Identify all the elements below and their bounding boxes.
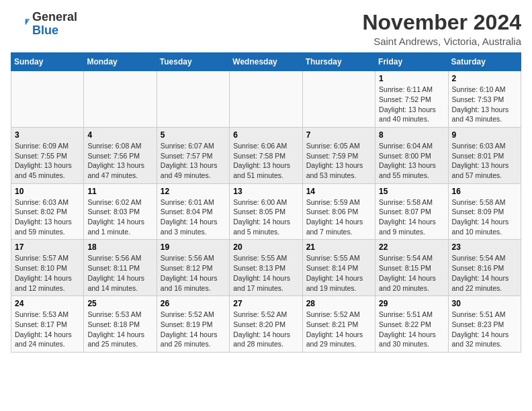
calendar-cell: 2Sunrise: 6:10 AMSunset: 7:53 PMDaylight… bbox=[448, 71, 521, 128]
day-info: Sunrise: 5:58 AMSunset: 8:07 PMDaylight:… bbox=[379, 197, 444, 237]
calendar-cell bbox=[11, 71, 84, 128]
day-info: Sunrise: 5:55 AMSunset: 8:13 PMDaylight:… bbox=[233, 253, 298, 293]
day-info: Sunrise: 5:53 AMSunset: 8:18 PMDaylight:… bbox=[87, 310, 152, 349]
day-number: 29 bbox=[379, 299, 444, 308]
day-number: 7 bbox=[306, 130, 371, 140]
calendar-header-wednesday: Wednesday bbox=[230, 53, 302, 71]
day-info: Sunrise: 5:51 AMSunset: 8:23 PMDaylight:… bbox=[452, 310, 517, 349]
calendar-cell: 9Sunrise: 6:03 AMSunset: 8:01 PMDaylight… bbox=[448, 127, 521, 183]
day-number: 14 bbox=[306, 187, 371, 196]
calendar-cell: 15Sunrise: 5:58 AMSunset: 8:07 PMDayligh… bbox=[375, 183, 448, 240]
logo: General Blue bbox=[11, 11, 77, 38]
calendar-week-row: 24Sunrise: 5:53 AMSunset: 8:17 PMDayligh… bbox=[11, 296, 521, 353]
calendar-week-row: 10Sunrise: 6:03 AMSunset: 8:02 PMDayligh… bbox=[11, 183, 521, 240]
day-info: Sunrise: 5:55 AMSunset: 8:14 PMDaylight:… bbox=[306, 253, 371, 293]
day-info: Sunrise: 6:03 AMSunset: 8:01 PMDaylight:… bbox=[452, 141, 517, 181]
day-number: 4 bbox=[87, 130, 152, 140]
day-number: 25 bbox=[87, 299, 152, 308]
day-number: 28 bbox=[306, 299, 371, 308]
day-info: Sunrise: 5:54 AMSunset: 8:16 PMDaylight:… bbox=[452, 253, 517, 293]
day-number: 6 bbox=[233, 130, 298, 140]
day-info: Sunrise: 5:52 AMSunset: 8:20 PMDaylight:… bbox=[233, 310, 298, 349]
day-number: 18 bbox=[87, 242, 152, 252]
calendar-cell: 18Sunrise: 5:56 AMSunset: 8:11 PMDayligh… bbox=[84, 240, 157, 296]
calendar-cell bbox=[157, 71, 229, 128]
calendar-header-tuesday: Tuesday bbox=[157, 53, 229, 71]
logo-text: General Blue bbox=[32, 11, 77, 38]
calendar-header-sunday: Sunday bbox=[11, 53, 84, 71]
calendar-header-saturday: Saturday bbox=[448, 53, 521, 71]
calendar-cell: 12Sunrise: 6:01 AMSunset: 8:04 PMDayligh… bbox=[157, 183, 229, 240]
calendar-cell: 21Sunrise: 5:55 AMSunset: 8:14 PMDayligh… bbox=[302, 240, 375, 296]
calendar-cell: 16Sunrise: 5:58 AMSunset: 8:09 PMDayligh… bbox=[448, 183, 521, 240]
day-number: 20 bbox=[233, 242, 298, 252]
calendar-cell: 22Sunrise: 5:54 AMSunset: 8:15 PMDayligh… bbox=[375, 240, 448, 296]
calendar-cell: 27Sunrise: 5:52 AMSunset: 8:20 PMDayligh… bbox=[230, 296, 302, 353]
calendar-cell: 11Sunrise: 6:02 AMSunset: 8:03 PMDayligh… bbox=[84, 183, 157, 240]
day-number: 10 bbox=[15, 187, 80, 196]
day-number: 23 bbox=[452, 242, 517, 252]
calendar-cell: 17Sunrise: 5:57 AMSunset: 8:10 PMDayligh… bbox=[11, 240, 84, 296]
day-info: Sunrise: 6:00 AMSunset: 8:05 PMDaylight:… bbox=[233, 197, 298, 237]
calendar-cell: 7Sunrise: 6:05 AMSunset: 7:59 PMDaylight… bbox=[302, 127, 375, 183]
day-info: Sunrise: 6:01 AMSunset: 8:04 PMDaylight:… bbox=[161, 197, 226, 237]
calendar-cell: 14Sunrise: 5:59 AMSunset: 8:06 PMDayligh… bbox=[302, 183, 375, 240]
day-number: 1 bbox=[379, 74, 444, 83]
day-info: Sunrise: 5:53 AMSunset: 8:17 PMDaylight:… bbox=[15, 310, 80, 349]
day-info: Sunrise: 6:03 AMSunset: 8:02 PMDaylight:… bbox=[15, 197, 80, 237]
calendar-cell: 25Sunrise: 5:53 AMSunset: 8:18 PMDayligh… bbox=[84, 296, 157, 353]
day-info: Sunrise: 5:58 AMSunset: 8:09 PMDaylight:… bbox=[452, 197, 517, 237]
calendar-week-row: 17Sunrise: 5:57 AMSunset: 8:10 PMDayligh… bbox=[11, 240, 521, 296]
day-info: Sunrise: 5:51 AMSunset: 8:22 PMDaylight:… bbox=[379, 310, 444, 349]
calendar-cell: 19Sunrise: 5:56 AMSunset: 8:12 PMDayligh… bbox=[157, 240, 229, 296]
calendar-week-row: 3Sunrise: 6:09 AMSunset: 7:55 PMDaylight… bbox=[11, 127, 521, 183]
day-info: Sunrise: 5:52 AMSunset: 8:21 PMDaylight:… bbox=[306, 310, 371, 349]
calendar-header-monday: Monday bbox=[84, 53, 157, 71]
day-info: Sunrise: 6:06 AMSunset: 7:58 PMDaylight:… bbox=[233, 141, 298, 181]
calendar-cell: 8Sunrise: 6:04 AMSunset: 8:00 PMDaylight… bbox=[375, 127, 448, 183]
calendar-cell: 4Sunrise: 6:08 AMSunset: 7:56 PMDaylight… bbox=[84, 127, 157, 183]
day-info: Sunrise: 6:11 AMSunset: 7:52 PMDaylight:… bbox=[379, 85, 444, 124]
calendar-cell: 30Sunrise: 5:51 AMSunset: 8:23 PMDayligh… bbox=[448, 296, 521, 353]
day-number: 9 bbox=[452, 130, 517, 140]
day-info: Sunrise: 5:52 AMSunset: 8:19 PMDaylight:… bbox=[161, 310, 226, 349]
day-number: 21 bbox=[306, 242, 371, 252]
day-number: 30 bbox=[452, 299, 517, 308]
day-number: 17 bbox=[15, 242, 80, 252]
day-number: 3 bbox=[15, 130, 80, 140]
day-number: 24 bbox=[15, 299, 80, 308]
day-info: Sunrise: 6:08 AMSunset: 7:56 PMDaylight:… bbox=[87, 141, 152, 181]
calendar-header-row: SundayMondayTuesdayWednesdayThursdayFrid… bbox=[11, 53, 521, 71]
calendar-cell: 20Sunrise: 5:55 AMSunset: 8:13 PMDayligh… bbox=[230, 240, 302, 296]
calendar-cell: 23Sunrise: 5:54 AMSunset: 8:16 PMDayligh… bbox=[448, 240, 521, 296]
calendar-cell: 24Sunrise: 5:53 AMSunset: 8:17 PMDayligh… bbox=[11, 296, 84, 353]
day-info: Sunrise: 6:10 AMSunset: 7:53 PMDaylight:… bbox=[452, 85, 517, 124]
day-number: 16 bbox=[452, 187, 517, 196]
calendar-cell bbox=[230, 71, 302, 128]
main-title: November 2024 bbox=[362, 11, 521, 34]
day-info: Sunrise: 6:07 AMSunset: 7:57 PMDaylight:… bbox=[161, 141, 226, 181]
day-info: Sunrise: 6:02 AMSunset: 8:03 PMDaylight:… bbox=[87, 197, 152, 237]
day-number: 2 bbox=[452, 74, 517, 83]
day-info: Sunrise: 5:57 AMSunset: 8:10 PMDaylight:… bbox=[15, 253, 80, 293]
day-number: 27 bbox=[233, 299, 298, 308]
calendar-cell bbox=[302, 71, 375, 128]
calendar-cell: 5Sunrise: 6:07 AMSunset: 7:57 PMDaylight… bbox=[157, 127, 229, 183]
day-info: Sunrise: 5:56 AMSunset: 8:12 PMDaylight:… bbox=[161, 253, 226, 293]
calendar-week-row: 1Sunrise: 6:11 AMSunset: 7:52 PMDaylight… bbox=[11, 71, 521, 128]
day-number: 8 bbox=[379, 130, 444, 140]
day-number: 22 bbox=[379, 242, 444, 252]
day-number: 5 bbox=[161, 130, 226, 140]
calendar-header-friday: Friday bbox=[375, 53, 448, 71]
day-info: Sunrise: 5:54 AMSunset: 8:15 PMDaylight:… bbox=[379, 253, 444, 293]
day-number: 19 bbox=[161, 242, 226, 252]
logo-blue: Blue bbox=[32, 24, 77, 38]
calendar-header-thursday: Thursday bbox=[302, 53, 375, 71]
day-number: 11 bbox=[87, 187, 152, 196]
calendar-cell: 13Sunrise: 6:00 AMSunset: 8:05 PMDayligh… bbox=[230, 183, 302, 240]
day-number: 15 bbox=[379, 187, 444, 196]
day-number: 13 bbox=[233, 187, 298, 196]
day-info: Sunrise: 6:04 AMSunset: 8:00 PMDaylight:… bbox=[379, 141, 444, 181]
calendar-cell: 6Sunrise: 6:06 AMSunset: 7:58 PMDaylight… bbox=[230, 127, 302, 183]
day-number: 12 bbox=[161, 187, 226, 196]
